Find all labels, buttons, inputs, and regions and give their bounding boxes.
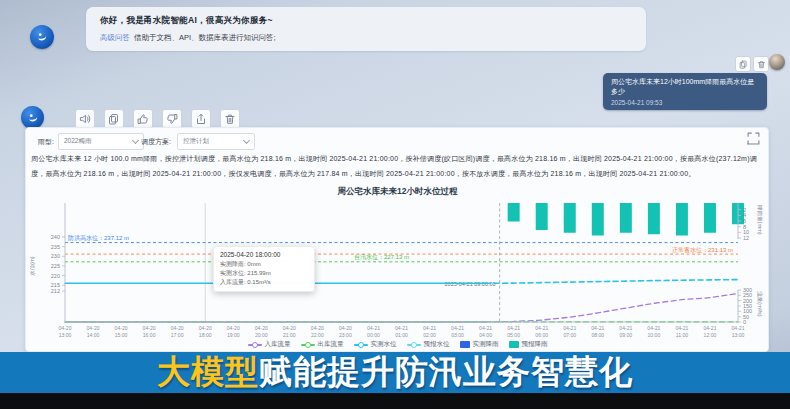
ai-logo-icon: [35, 30, 49, 44]
delete-user-message-button[interactable]: [753, 56, 769, 72]
water-level-chart[interactable]: 防洪高水位：237.12 m正常蓄水位：231.13 m台汛水位：227.13 …: [30, 190, 765, 342]
svg-text:02:00: 02:00: [423, 332, 436, 338]
svg-text:04-20: 04-20: [339, 325, 352, 331]
ai-logo-icon: [26, 111, 40, 125]
trash-icon: [757, 60, 766, 69]
svg-text:04-21: 04-21: [479, 325, 492, 331]
fullscreen-button[interactable]: [747, 131, 760, 144]
svg-text:03:00: 03:00: [451, 332, 464, 338]
svg-text:04-21: 04-21: [395, 325, 408, 331]
copy-user-message-button[interactable]: [735, 56, 751, 72]
delete-answer-button[interactable]: [220, 109, 240, 129]
legend-label: 预报降雨: [522, 340, 548, 349]
thumbs-down-icon: [166, 113, 178, 125]
svg-text:04-20: 04-20: [115, 325, 128, 331]
legend-item-出库流量[interactable]: 出库流量: [301, 340, 344, 349]
ai-avatar: [30, 25, 54, 49]
svg-text:04-21: 04-21: [451, 325, 464, 331]
svg-text:13:00: 13:00: [732, 332, 745, 338]
chevron-down-icon: [243, 137, 250, 144]
banner-text: 赋能提升防汛业务智慧化: [259, 350, 633, 395]
legend-item-预报降雨[interactable]: 预报降雨: [509, 340, 548, 349]
tooltip-row: 实测降雨: 0mm: [220, 260, 308, 269]
ai-avatar: [21, 106, 44, 129]
rain-type-select[interactable]: 2022梅雨: [58, 133, 144, 150]
svg-text:05:00: 05:00: [507, 332, 520, 338]
legend-swatch-icon: [407, 341, 421, 348]
svg-text:04-21: 04-21: [675, 325, 688, 331]
copy-icon: [739, 60, 748, 69]
plan-select[interactable]: 控泄计划: [177, 133, 255, 150]
legend-label: 入库流量: [265, 340, 291, 349]
thumbs-up-button[interactable]: [133, 109, 153, 129]
legend-item-实测水位[interactable]: 实测水位: [354, 340, 397, 349]
svg-text:04-20: 04-20: [58, 325, 71, 331]
svg-text:流量(m³/s): 流量(m³/s): [756, 291, 763, 317]
svg-text:14:00: 14:00: [87, 332, 100, 338]
svg-text:04-21: 04-21: [563, 325, 576, 331]
sound-icon: [79, 113, 91, 125]
svg-text:水位(m): 水位(m): [30, 256, 35, 275]
rain-type-label: 雨型:: [38, 137, 54, 147]
advanced-qa-tag: 高级问答: [100, 33, 130, 42]
svg-text:21:00: 21:00: [283, 332, 296, 338]
greeting-subtitle: 高级问答借助于文档、API、数据库表进行知识问答;: [100, 33, 632, 43]
user-message-bubble: 周公宅水库未来12小时100mm降雨最高水位是多少 2025-04-21 09:…: [603, 73, 767, 110]
svg-text:240: 240: [51, 234, 60, 240]
answer-text: 周公宅水库未来 12 小时 100.0 mm降雨，按控泄计划调度，最高水位为 2…: [31, 151, 761, 181]
svg-text:22:00: 22:00: [311, 332, 324, 338]
svg-text:220: 220: [51, 273, 60, 279]
svg-text:04-21: 04-21: [619, 325, 632, 331]
svg-text:16:00: 16:00: [143, 332, 156, 338]
thumbs-down-button[interactable]: [162, 109, 182, 129]
plan-label: 调度方案:: [141, 137, 171, 147]
greeting-title: 你好，我是甬水院智能AI，很高兴为你服务~: [100, 15, 632, 27]
svg-text:正常蓄水位：231.13 m: 正常蓄水位：231.13 m: [672, 247, 733, 253]
legend-swatch-icon: [301, 341, 315, 348]
svg-text:04:00: 04:00: [479, 332, 492, 338]
svg-text:04-21: 04-21: [703, 325, 716, 331]
svg-text:04-20: 04-20: [283, 325, 296, 331]
svg-text:04-21: 04-21: [507, 325, 520, 331]
legend-item-实测降雨[interactable]: 实测降雨: [460, 340, 499, 349]
banner-highlight: 大模型: [157, 350, 259, 395]
legend-label: 实测降雨: [473, 340, 499, 349]
read-aloud-button[interactable]: [75, 109, 95, 129]
legend-swatch-icon: [460, 341, 470, 348]
legend-swatch-icon: [248, 341, 262, 348]
legend-item-预报水位[interactable]: 预报水位: [407, 340, 450, 349]
svg-text:04-21: 04-21: [591, 325, 604, 331]
svg-text:12:00: 12:00: [704, 332, 717, 338]
legend-label: 出库流量: [318, 340, 344, 349]
assistant-greeting-bubble: 你好，我是甬水院智能AI，很高兴为你服务~ 高级问答借助于文档、API、数据库表…: [86, 7, 646, 51]
bottom-black-bar: [0, 393, 790, 409]
svg-text:08:00: 08:00: [591, 332, 604, 338]
svg-text:降雨量(mm): 降雨量(mm): [757, 205, 763, 234]
svg-text:17:00: 17:00: [171, 332, 184, 338]
svg-text:04-20: 04-20: [87, 325, 100, 331]
svg-text:12: 12: [743, 235, 749, 241]
svg-text:07:00: 07:00: [563, 332, 576, 338]
rain-type-value: 2022梅雨: [64, 137, 91, 146]
svg-text:11:00: 11:00: [676, 332, 689, 338]
svg-text:10:00: 10:00: [648, 332, 661, 338]
svg-text:20:00: 20:00: [255, 332, 268, 338]
svg-text:23:00: 23:00: [339, 332, 352, 338]
thumbs-up-icon: [137, 113, 149, 125]
copy-answer-button[interactable]: [104, 109, 124, 129]
svg-text:04-20: 04-20: [255, 325, 268, 331]
svg-text:04-21: 04-21: [535, 325, 548, 331]
user-avatar: [769, 54, 785, 70]
svg-text:防洪高水位：237.12 m: 防洪高水位：237.12 m: [68, 234, 129, 242]
chart-tooltip: 2025-04-20 18:00:00 实测降雨: 0mm实测水位: 215.9…: [213, 246, 315, 292]
trash-icon: [224, 113, 236, 125]
svg-text:09:00: 09:00: [619, 332, 632, 338]
svg-text:04-20: 04-20: [199, 325, 212, 331]
tooltip-rows: 实测降雨: 0mm实测水位: 215.99m入库流量: 0.15m³/s: [220, 260, 308, 287]
svg-text:235: 235: [51, 244, 60, 250]
export-answer-button[interactable]: [191, 109, 211, 129]
chart-legend: 入库流量出库流量实测水位预报水位实测降雨预报降雨: [30, 340, 765, 349]
legend-item-入库流量[interactable]: 入库流量: [248, 340, 291, 349]
svg-text:13:00: 13:00: [59, 332, 72, 338]
svg-text:01:00: 01:00: [395, 332, 408, 338]
